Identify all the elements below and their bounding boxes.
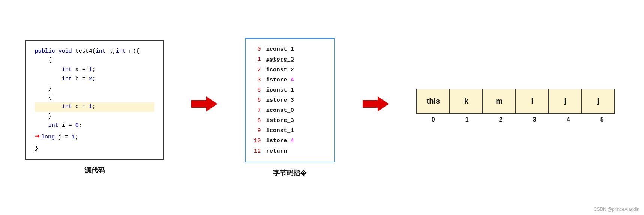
local-var-table-panel: this k m i j j 0 1 2 3 4 5 (416, 89, 619, 123)
code-line: int i = 0; (35, 121, 154, 131)
code-line: } (35, 84, 154, 93)
arrow-1 (191, 95, 218, 113)
bc-row: 7 iconst_0 (252, 105, 324, 116)
bc-row: 3 istore 4 (252, 75, 324, 85)
bc-num: 7 (252, 105, 261, 116)
arrow-2 (363, 95, 389, 113)
svg-marker-0 (191, 96, 218, 111)
lv-cell-m: m (482, 89, 516, 114)
code-line: int b = 2; (35, 75, 154, 84)
bc-row: 6 istore_3 (252, 95, 324, 105)
bc-instr: iconst_2 (266, 65, 294, 75)
bc-row: 1 istore_3 (252, 54, 324, 65)
bc-instr: lconst_1 (266, 126, 294, 136)
bc-instr: iconst_0 (266, 105, 294, 116)
bc-num: 10 (252, 136, 261, 146)
lv-index-2: 2 (484, 116, 518, 123)
lv-index-4: 4 (551, 116, 585, 123)
bc-row: 8 istore_3 (252, 116, 324, 126)
bc-num: 12 (252, 146, 261, 156)
bc-num: 6 (252, 95, 261, 105)
bc-instr: iconst_1 (266, 85, 294, 95)
code-line-highlighted: int c = 1; (35, 102, 154, 112)
bc-num: 3 (252, 75, 261, 85)
lv-index-0: 0 (416, 116, 450, 123)
bc-num: 2 (252, 65, 261, 75)
bc-num: 8 (252, 116, 261, 126)
code-line: { (35, 93, 154, 102)
bytecode-label: 字节码指令 (273, 168, 307, 177)
local-var-table: this k m i j j 0 1 2 3 4 5 (416, 89, 619, 123)
code-box: public void test4(int k,int m){ { int a … (25, 40, 164, 160)
bc-num: 9 (252, 126, 261, 136)
bc-num: 0 (252, 44, 261, 54)
lv-index-1: 1 (450, 116, 484, 123)
bc-row: 9 lconst_1 (252, 126, 324, 136)
svg-marker-1 (363, 96, 389, 111)
bc-instr: lstore 4 (266, 136, 294, 146)
bytecode-box: 0 iconst_1 1 istore_3 2 iconst_2 3 istor… (245, 38, 335, 162)
lv-index-5: 5 (585, 116, 619, 123)
bc-row: 10 lstore 4 (252, 136, 324, 146)
bc-row: 2 iconst_2 (252, 65, 324, 75)
bc-instr: istore_3 (266, 116, 294, 126)
bc-row: 12 return (252, 146, 324, 156)
lv-cell-this: this (416, 89, 450, 114)
lv-cells: this k m i j j (416, 89, 619, 114)
source-panel: public void test4(int k,int m){ { int a … (25, 40, 164, 175)
red-arrow-icon: ➜ (35, 130, 40, 144)
bc-instr: istore_3 (266, 54, 294, 65)
bc-instr: istore 4 (266, 75, 294, 85)
lv-cell-i: i (515, 89, 549, 114)
lv-indices: 0 1 2 3 4 5 (416, 116, 619, 123)
code-line: } (35, 144, 154, 153)
bc-num: 5 (252, 85, 261, 95)
bc-row: 0 iconst_1 (252, 44, 324, 54)
watermark: CSDN @princeAladdin (594, 207, 639, 212)
source-label: 源代码 (84, 166, 105, 175)
code-line: { (35, 56, 154, 65)
main-layout: public void test4(int k,int m){ { int a … (11, 38, 633, 177)
code-line: } (35, 112, 154, 121)
bc-instr: iconst_1 (266, 44, 294, 54)
code-line-arrow: ➜long j = 1; (35, 130, 154, 144)
lv-cell-k: k (449, 89, 483, 114)
lv-cell-j2: j (581, 89, 615, 114)
bytecode-panel: 0 iconst_1 1 istore_3 2 iconst_2 3 istor… (245, 38, 335, 177)
bc-instr: return (266, 146, 287, 156)
bc-instr: istore_3 (266, 95, 294, 105)
bc-row: 5 iconst_1 (252, 85, 324, 95)
code-line: public void test4(int k,int m){ (35, 47, 154, 56)
bc-num: 1 (252, 54, 261, 65)
lv-index-3: 3 (518, 116, 551, 123)
lv-cell-j1: j (548, 89, 582, 114)
code-line: int a = 1; (35, 65, 154, 75)
